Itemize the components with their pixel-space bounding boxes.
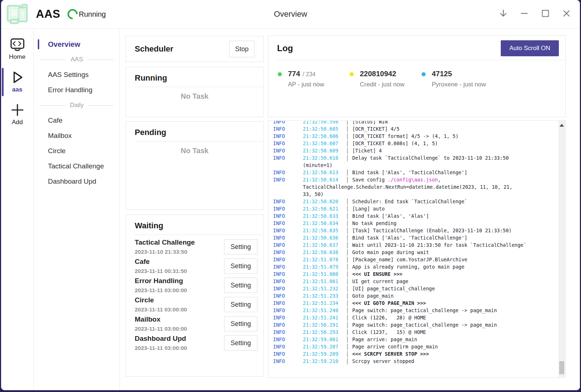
- setting-button[interactable]: Setting: [224, 278, 257, 293]
- stat-value-row: 47125: [432, 70, 486, 78]
- running-empty-text: No Task: [126, 92, 263, 101]
- rail-item-aas[interactable]: aas: [1, 67, 33, 97]
- waiting-list: Tactical Challenge2023-11-10 21:33:50Set…: [126, 235, 263, 351]
- rail-item-label: Home: [1, 53, 33, 61]
- maximize-button[interactable]: [541, 9, 550, 19]
- log-text: [Status] WIN: [352, 121, 388, 124]
- log-separator: [347, 257, 352, 263]
- log-timestamp: 21:32:51.079: [303, 263, 347, 270]
- task-nav: OverviewAASAAS SettingsError HandlingDai…: [34, 29, 120, 390]
- log-level: INFO: [273, 154, 303, 162]
- log-text: Page switch: page_tactical_challenge -> …: [352, 322, 497, 328]
- log-line: INFO21:32:50.607[OCR_TICKET 0.008s] (4, …: [273, 140, 558, 147]
- minimize-button[interactable]: [520, 9, 529, 19]
- scrollbar-up-arrow-icon[interactable]: [560, 124, 564, 127]
- auto-scroll-button[interactable]: Auto Scroll ON: [501, 40, 559, 56]
- log-text: No task pending: [352, 220, 397, 226]
- stat-label: Pyroxene - just now: [432, 81, 486, 88]
- download-arrow-icon: [499, 9, 508, 20]
- log-text: Page arrive confirm page_main: [352, 344, 438, 350]
- setting-button[interactable]: Setting: [224, 335, 257, 351]
- log-timestamp: 21:32:50.598: [303, 121, 347, 125]
- plus-icon: [1, 102, 33, 118]
- scrollbar-thumb[interactable]: [559, 361, 564, 374]
- nav-item-label: Circle: [48, 147, 66, 155]
- log-timestamp: 21:32:50.607: [303, 140, 347, 147]
- nav-item-cafe[interactable]: Cafe: [34, 113, 119, 128]
- log-level: INFO: [273, 256, 303, 263]
- nav-item-label: Tactical Challenge: [48, 162, 104, 170]
- setting-button[interactable]: Setting: [224, 239, 257, 254]
- log-message: No task pending: [352, 220, 558, 227]
- log-text: Delay task `TacticalChallenge` to 2023-1…: [352, 155, 509, 161]
- log-timestamp: 21:32:50.621: [303, 205, 347, 212]
- rail-item-home[interactable]: Home: [1, 34, 33, 64]
- log-text: Bind task ['Alas', 'Alas']: [352, 213, 429, 219]
- maximize-icon: [541, 9, 550, 20]
- setting-button[interactable]: Setting: [224, 258, 257, 274]
- log-text: [Lang] auto: [352, 206, 385, 212]
- nav-item-error-handling[interactable]: Error Handling: [34, 82, 119, 98]
- divider-line: [39, 105, 66, 106]
- log-level: INFO: [273, 285, 303, 292]
- stat-dot: [350, 72, 354, 76]
- log-text: [Package_name] com.YostarJP.BlueArchive: [352, 257, 467, 262]
- log-line: INFO21:32:59.209<<< SCRCPY SERVER STOP >…: [273, 350, 558, 358]
- nav-item-circle[interactable]: Circle: [34, 143, 119, 159]
- log-line: INFO21:32:59.207Page arrive confirm page…: [273, 343, 558, 350]
- download-button[interactable]: [499, 9, 508, 19]
- waiting-task-info: Dashboard Upd2023-11-11 03:00:00: [135, 335, 224, 351]
- log-separator: [347, 293, 352, 299]
- log-separator: [347, 213, 352, 219]
- waiting-task-name: Cafe: [135, 258, 224, 266]
- log-separator: [347, 155, 352, 161]
- nav-section-label: AAS: [70, 56, 83, 63]
- nav-item-mailbox[interactable]: Mailbox: [34, 128, 119, 143]
- close-button[interactable]: [562, 9, 571, 19]
- stop-button[interactable]: Stop: [229, 41, 255, 57]
- log-separator: [347, 300, 352, 306]
- log-line: INFO21:32:51.240Page switch: page_tactic…: [273, 307, 558, 314]
- log-timestamp: 21:32:50.636: [303, 234, 347, 241]
- log-text: Click (1237, 15) @ HOME: [352, 329, 426, 335]
- log-level: INFO: [273, 198, 303, 205]
- nav-item-aas-settings[interactable]: AAS Settings: [34, 67, 119, 82]
- nav-item-label: Dashboard Upd: [48, 177, 96, 185]
- running-spinner-icon: [65, 7, 80, 21]
- stat-value: 774: [288, 70, 300, 78]
- setting-button[interactable]: Setting: [224, 297, 257, 312]
- log-timestamp: 21:32:59.210: [303, 358, 347, 365]
- log-timestamp: 21:32:56.293: [303, 328, 347, 336]
- log-timestamp: 21:32:50.609: [303, 147, 347, 154]
- waiting-task-row: Cafe2023-11-11 00:31:50Setting: [135, 258, 257, 274]
- log-separator: [347, 177, 352, 183]
- log-separator: [347, 126, 352, 132]
- nav-item-tactical-challenge[interactable]: Tactical Challenge: [34, 159, 119, 174]
- log-message: Save config ./config\aas.json,: [352, 176, 558, 183]
- log-message: Goto main page during wait: [352, 249, 558, 256]
- log-line: INFO21:32:56.293Click (1237, 15) @ HOME: [273, 328, 558, 336]
- log-message: Page switch: page_tactical_challenge -> …: [352, 321, 558, 328]
- waiting-task-row: Error Handling2023-11-11 03:00:00Setting: [135, 277, 257, 294]
- log-line: INFO21:32:51.078[Package_name] com.Yosta…: [273, 256, 558, 263]
- nav-item-overview[interactable]: Overview: [34, 37, 119, 52]
- app-name: AAS: [36, 8, 60, 21]
- stat-body: 47125Pyroxene - just now: [432, 70, 486, 88]
- log-message: [Task] TacticalChallenge (Enable, 2023-1…: [352, 227, 558, 234]
- rail-item-add[interactable]: Add: [1, 100, 33, 130]
- log-scrollbar[interactable]: [558, 121, 565, 377]
- log-title: Log: [277, 43, 293, 53]
- log-message: Click (1237, 15) @ HOME: [352, 328, 558, 336]
- log-separator: [347, 329, 352, 335]
- log-console[interactable]: INFO21:32:50.598[Status] WININFO21:32:50…: [268, 120, 566, 378]
- log-timestamp: 21:32:50.637: [303, 241, 347, 249]
- log-message-continuation: 33, 50): [303, 191, 558, 198]
- waiting-task-next-run: 2023-11-11 00:31:50: [135, 268, 224, 274]
- setting-button[interactable]: Setting: [224, 316, 257, 331]
- log-level: INFO: [273, 227, 303, 234]
- nav-item-dashboard-upd[interactable]: Dashboard Upd: [34, 174, 119, 189]
- log-text: [OCR_TICKET format] 4/5 -> (4, 1, 5): [352, 133, 459, 139]
- log-separator: [347, 358, 352, 364]
- log-message: App is already running, goto main page: [352, 263, 558, 270]
- log-level: INFO: [273, 234, 303, 241]
